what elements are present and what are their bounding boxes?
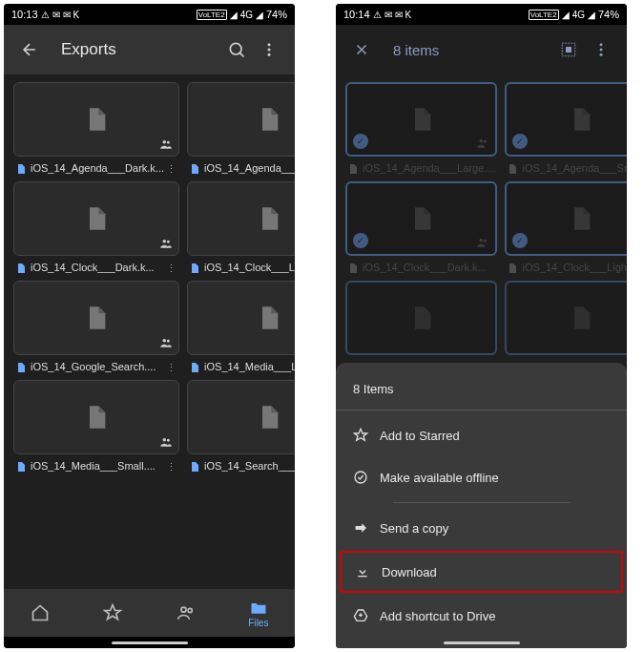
shared-icon: [159, 435, 173, 449]
drive-icon: [353, 608, 380, 623]
file-thumb[interactable]: [13, 380, 179, 454]
svg-point-16: [163, 438, 167, 442]
svg-point-32: [484, 240, 487, 242]
menu-download[interactable]: Download: [340, 551, 623, 593]
close-selection-button[interactable]: [345, 33, 378, 66]
check-icon: ✓: [512, 134, 528, 149]
doc-icon: [83, 305, 110, 331]
file-thumb[interactable]: [345, 281, 497, 355]
file-card[interactable]: ✓ iOS_14_Agenda___Small....: [505, 82, 627, 176]
file-menu-button[interactable]: ⋮: [164, 163, 177, 176]
share-icon: [353, 520, 380, 536]
file-menu-button[interactable]: ⋮: [164, 263, 177, 275]
doc-icon: [408, 205, 435, 232]
file-card[interactable]: ✓ iOS_14_Agenda___Large....: [345, 82, 497, 176]
file-card[interactable]: iOS_14_Search___Large.... ⋮: [187, 380, 295, 473]
download-icon: [355, 564, 382, 579]
doc-icon: [568, 205, 594, 232]
divider: [393, 502, 570, 503]
tab-home[interactable]: [4, 603, 76, 622]
file-type-icon: [189, 262, 200, 275]
file-thumb[interactable]: ✓: [345, 82, 497, 157]
tab-files[interactable]: Files: [222, 599, 295, 628]
menu-add-shortcut[interactable]: Add shortcut to Drive: [336, 595, 627, 637]
signal2-icon: ◢: [588, 10, 595, 20]
file-thumb[interactable]: [13, 181, 179, 256]
selection-title: 8 items: [393, 42, 552, 58]
file-card[interactable]: iOS_14_Agenda___Dark.k... ⋮: [13, 82, 179, 176]
shared-icon: [476, 137, 489, 150]
file-type-icon: [189, 460, 200, 473]
file-card[interactable]: iOS_14_Clock___Dark.k... ⋮: [13, 181, 179, 275]
battery-text: 74%: [266, 9, 287, 20]
search-button[interactable]: [220, 33, 253, 66]
svg-rect-23: [566, 47, 571, 53]
file-thumb[interactable]: [187, 380, 295, 454]
file-thumb[interactable]: [13, 281, 179, 355]
selection-app-bar: 8 items: [336, 25, 627, 74]
shared-icon: [476, 236, 489, 249]
file-menu-button[interactable]: ⋮: [164, 461, 177, 473]
file-thumb[interactable]: ✓: [505, 82, 627, 157]
back-button[interactable]: [13, 33, 46, 66]
svg-point-3: [268, 53, 271, 56]
file-thumb[interactable]: [187, 82, 295, 157]
file-type-icon: [15, 162, 27, 176]
tab-shared[interactable]: [150, 603, 222, 622]
file-thumb[interactable]: [187, 181, 295, 256]
menu-offline[interactable]: Make available offline: [336, 456, 627, 498]
file-thumb[interactable]: ✓: [505, 181, 627, 256]
file-card[interactable]: iOS_14_Agenda___Small.... ⋮: [187, 82, 295, 176]
overflow-button[interactable]: [585, 33, 617, 66]
svg-point-5: [167, 141, 170, 144]
select-all-button[interactable]: [552, 33, 585, 66]
clock-text: 10:13: [11, 9, 38, 20]
gesture-bar: [4, 637, 295, 648]
file-card[interactable]: [345, 281, 497, 355]
file-type-icon: [189, 361, 200, 374]
doc-icon: [256, 106, 282, 133]
warning-icon: ⚠: [373, 10, 382, 20]
doc-icon: [408, 305, 435, 331]
svg-point-24: [600, 43, 603, 46]
overflow-button[interactable]: [253, 33, 285, 66]
shared-icon: [159, 237, 173, 250]
gesture-bar: [336, 637, 627, 648]
shared-icon: [159, 336, 173, 349]
menu-send-copy[interactable]: Send a copy: [336, 507, 627, 549]
doc-icon: [256, 205, 282, 232]
svg-point-13: [167, 340, 170, 343]
file-thumb[interactable]: [13, 82, 179, 157]
file-grid: iOS_14_Agenda___Dark.k... ⋮ iOS_14_Agend…: [4, 74, 295, 589]
menu-label: Make available offline: [380, 471, 499, 485]
file-card[interactable]: iOS_14_Google_Search.... ⋮: [13, 281, 179, 374]
file-card[interactable]: iOS_14_Media___Large.... ⋮: [187, 281, 295, 374]
file-menu-button[interactable]: ⋮: [164, 362, 177, 374]
tab-starred[interactable]: [76, 603, 149, 622]
phone-left: 10:13 ⚠ ✉ ✉ K VoLTE2 ◢ 4G ◢ 74% Exports: [4, 4, 295, 648]
signal-icon: ◢: [562, 10, 570, 20]
svg-point-4: [163, 140, 167, 144]
file-name: iOS_14_Agenda___Small....: [204, 162, 295, 176]
sig4g-text: 4G: [240, 10, 253, 20]
file-thumb[interactable]: [187, 281, 295, 355]
file-card[interactable]: iOS_14_Media___Small.... ⋮: [13, 380, 179, 473]
file-card[interactable]: ✓ iOS_14_Clock___Light.k...: [505, 181, 627, 275]
mail-icon: ✉: [52, 10, 60, 20]
file-name: iOS_14_Google_Search....: [31, 361, 164, 374]
file-thumb[interactable]: ✓: [345, 181, 497, 256]
bottom-nav: Files: [4, 589, 295, 637]
menu-add-starred[interactable]: Add to Starred: [336, 414, 627, 456]
file-name: iOS_14_Search___Large....: [204, 460, 295, 473]
mail2-icon: ✉: [63, 10, 71, 20]
file-thumb[interactable]: [505, 281, 627, 355]
offline-icon: [353, 470, 380, 485]
battery-text: 74%: [598, 9, 619, 20]
svg-point-26: [600, 53, 603, 56]
file-card[interactable]: iOS_14_Clock___Light.k... ⋮: [187, 181, 295, 275]
check-icon: ✓: [512, 233, 528, 248]
file-card[interactable]: [505, 281, 627, 355]
file-card[interactable]: ✓ iOS_14_Clock___Dark.k...: [345, 181, 497, 275]
star-icon: [103, 603, 122, 622]
status-bar: 10:13 ⚠ ✉ ✉ K VoLTE2 ◢ 4G ◢ 74%: [4, 4, 295, 25]
